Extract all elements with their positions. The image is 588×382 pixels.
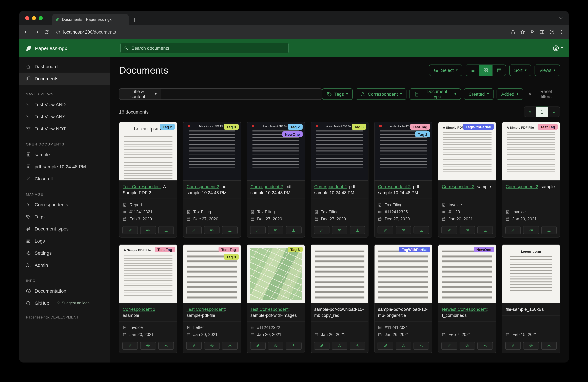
tag-badge-test-tag[interactable]: Test Tag	[155, 247, 175, 252]
tag-badge-tagwithpartial[interactable]: TagWithPartial	[399, 247, 430, 252]
correspondent-link[interactable]: Test Correspondent	[123, 184, 161, 189]
document-title[interactable]: Correspondent 2: pdf-sample 10.24.48 PM	[314, 184, 365, 196]
browser-menu-icon[interactable]	[559, 30, 564, 35]
preview-button[interactable]	[332, 342, 347, 350]
suggest-idea-link[interactable]: Suggest an idea	[56, 301, 90, 305]
tag-badge-tag-2[interactable]: Tag 2	[288, 124, 302, 130]
document-title[interactable]: Newest Correspondent: f_combineds	[442, 306, 493, 318]
edit-button[interactable]	[441, 342, 457, 350]
browser-tab[interactable]: Documents - Paperless-ngx	[52, 14, 129, 25]
edit-button[interactable]	[250, 226, 266, 234]
edit-button[interactable]	[314, 342, 330, 350]
download-button[interactable]	[477, 342, 493, 350]
document-thumbnail[interactable]: Tag 3	[247, 245, 304, 303]
download-button[interactable]	[286, 342, 302, 350]
correspondent-link[interactable]: Correspondent 2	[250, 184, 283, 189]
document-thumbnail[interactable]: Lorem IpsumTag 2	[119, 122, 177, 181]
tab-list-chevron-icon[interactable]	[558, 16, 564, 20]
document-thumbnail[interactable]: Test TagTag 3	[183, 245, 241, 303]
search-input[interactable]	[131, 45, 285, 51]
minimize-window-button[interactable]	[32, 16, 36, 20]
edit-button[interactable]	[122, 226, 138, 234]
sidebar-item-dashboard[interactable]: Dashboard	[19, 60, 110, 73]
sidebar-item-pdf-sample-10-24-48-pm[interactable]: pdf-sample 10.24.48 PM	[19, 161, 110, 173]
document-title[interactable]: Test Correspondent: sample-pdf-with-imag…	[250, 306, 301, 318]
document-thumbnail[interactable]: Adobe Acrobat PDF FilesTag 2NewOne	[247, 122, 304, 181]
bookmark-star-icon[interactable]	[520, 30, 525, 35]
document-thumbnail[interactable]: NewOne	[439, 245, 496, 303]
pagination-page-1[interactable]: 1	[536, 106, 548, 117]
select-button[interactable]: Select ▾	[429, 64, 462, 76]
download-button[interactable]	[350, 342, 365, 350]
sidebar-item-logs[interactable]: Logs	[19, 235, 110, 247]
added-filter-button[interactable]: Added ▾	[497, 88, 523, 100]
document-thumbnail[interactable]: TagWithPartial	[375, 245, 432, 303]
download-button[interactable]	[222, 226, 238, 234]
view-mode-details-button[interactable]	[493, 64, 506, 76]
tab-close-icon[interactable]	[122, 18, 126, 21]
download-button[interactable]	[414, 342, 429, 350]
sidebar-item-test-view-not[interactable]: Test View NOT	[19, 123, 110, 135]
document-thumbnail[interactable]: A Simple PDF FileTagWithPartial	[439, 122, 496, 181]
download-button[interactable]	[541, 342, 557, 350]
browser-profile-icon[interactable]	[549, 30, 554, 35]
pagination-next-button[interactable]: »	[548, 106, 560, 117]
correspondent-link[interactable]: Correspondent 2	[506, 184, 538, 189]
document-title[interactable]: Correspondent 2: pdf-sample 10.24.48 PM	[378, 184, 429, 196]
document-thumbnail[interactable]: A Simple PDF FileTest Tag	[119, 245, 177, 303]
sidebar-item-tags[interactable]: Tags	[19, 211, 110, 223]
pagination-prev-button[interactable]: «	[524, 106, 536, 117]
correspondent-link[interactable]: Correspondent 2	[314, 184, 347, 189]
document-title[interactable]: Correspondent 2: pdf-sample 10.24.48 PM	[250, 184, 301, 196]
document-title[interactable]: Correspondent 2: sample	[506, 184, 556, 190]
document-title[interactable]: Correspondent 2: sample	[442, 184, 493, 190]
edit-button[interactable]	[314, 226, 330, 234]
document-title[interactable]: sample-pdf-download-10-mb-longer-title	[378, 306, 429, 318]
document-title[interactable]: sample-pdf-download-10-mb copy_red	[314, 306, 365, 318]
correspondent-link[interactable]: Correspondent 2	[187, 184, 219, 189]
zoom-window-button[interactable]	[39, 16, 43, 20]
sidebar-item-sample[interactable]: sample	[19, 148, 110, 161]
tag-badge-newone[interactable]: NewOne	[474, 247, 494, 252]
download-button[interactable]	[158, 226, 174, 234]
address-bar[interactable]: localhost:4200/documents	[54, 27, 505, 37]
sort-button[interactable]: Sort ▾	[509, 64, 531, 76]
preview-button[interactable]	[332, 226, 347, 234]
preview-button[interactable]	[460, 342, 475, 350]
download-button[interactable]	[350, 226, 365, 234]
tag-badge-tag-3[interactable]: Tag 3	[224, 254, 239, 260]
sidebar-item-correspondents[interactable]: Correspondents	[19, 199, 110, 211]
edit-button[interactable]	[186, 342, 202, 350]
preview-button[interactable]	[523, 342, 539, 350]
back-button[interactable]	[24, 30, 29, 35]
correspondent-link[interactable]: Newest Correspondent	[442, 307, 487, 312]
tag-badge-newone[interactable]: NewOne	[282, 131, 302, 137]
tags-filter-button[interactable]: Tags ▾	[322, 88, 353, 100]
reset-filters-button[interactable]: Reset filters	[526, 88, 560, 100]
preview-button[interactable]	[204, 342, 220, 350]
document-title[interactable]: file-sample_150kBs	[506, 306, 556, 312]
side-panel-icon[interactable]	[540, 30, 545, 35]
sidebar-item-github[interactable]: GitHubSuggest an idea	[19, 297, 110, 309]
sidebar-item-admin[interactable]: Admin	[19, 259, 110, 271]
tag-badge-test-tag[interactable]: Test Tag	[538, 124, 558, 130]
document-title[interactable]: Correspondent 2: pdf-sample 10.24.48 PM	[187, 184, 237, 196]
close-window-button[interactable]	[25, 16, 29, 20]
sidebar-item-document-types[interactable]: Document types	[19, 223, 110, 235]
download-button[interactable]	[414, 226, 429, 234]
correspondent-link[interactable]: Correspondent 2	[378, 184, 411, 189]
preview-button[interactable]	[396, 226, 411, 234]
tag-badge-tag-2[interactable]: Tag 2	[415, 131, 430, 137]
correspondent-filter-button[interactable]: Correspondent ▾	[356, 88, 407, 100]
reload-button[interactable]	[44, 30, 49, 35]
document-thumbnail[interactable]: Adobe Acrobat PDF FilesTag 3	[311, 122, 368, 181]
tag-badge-tag-3[interactable]: Tag 3	[224, 124, 239, 130]
edit-button[interactable]	[505, 226, 521, 234]
correspondent-link[interactable]: Test Correspondent	[187, 307, 225, 312]
sidebar-item-close-all[interactable]: Close all	[19, 173, 110, 185]
preview-button[interactable]	[396, 342, 411, 350]
correspondent-link[interactable]: Correspondent 2	[442, 184, 475, 189]
views-button[interactable]: Views ▾	[535, 64, 560, 76]
edit-button[interactable]	[378, 342, 393, 350]
document-type-filter-button[interactable]: Document type ▾	[410, 88, 461, 100]
